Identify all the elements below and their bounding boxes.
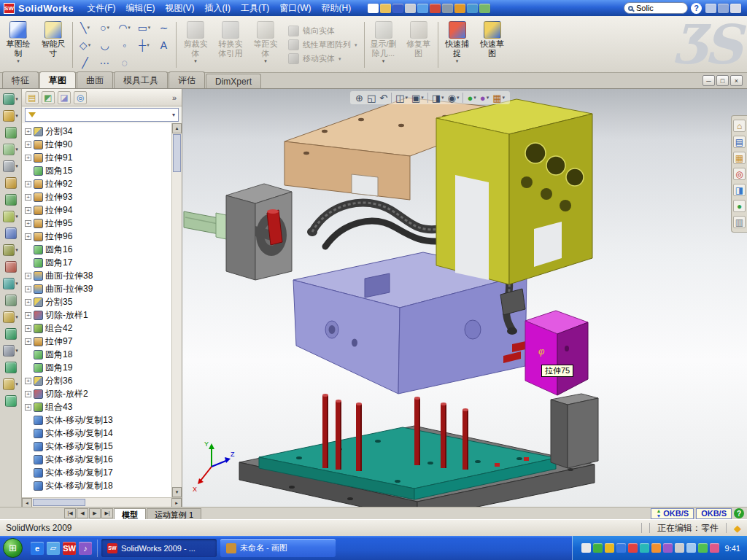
expand-toggle-icon[interactable]: + (25, 194, 31, 201)
dropdown-arrow-icon[interactable]: ▾ (15, 281, 18, 287)
feature-toolbar-button[interactable]: ▾ (3, 311, 18, 324)
tree-item[interactable]: 实体-移动/复制17 (24, 466, 171, 479)
tree-filter-bar[interactable]: ▾ (25, 108, 179, 122)
tree-item[interactable]: 圆角19 (24, 361, 171, 374)
ie-icon[interactable]: e (31, 542, 44, 555)
options-icon[interactable] (442, 4, 453, 13)
featuremanager-tree-tab[interactable]: ▤ (26, 91, 39, 104)
feature-toolbar-button[interactable]: ▾ (3, 109, 18, 122)
expand-toggle-icon[interactable]: + (25, 338, 31, 345)
feature-toolbar-button[interactable]: ▾ (3, 244, 18, 257)
tree-item[interactable]: +切除-放样1 (24, 308, 171, 322)
spline-tool[interactable]: ∼ (154, 19, 174, 36)
dropdown-arrow-icon[interactable]: ▾ (421, 95, 424, 101)
tree-item[interactable]: +拉伸90 (24, 138, 171, 151)
menu-file[interactable]: 文件(F) (82, 1, 120, 16)
repair-sketch-button[interactable]: 修复草图 (402, 18, 436, 71)
tree-item[interactable]: 圆角15 (24, 164, 171, 177)
quick-snaps-button[interactable]: 快速捕捉▾ (441, 18, 474, 71)
tree-item[interactable]: 圆角17 (24, 256, 171, 269)
undo-icon[interactable] (417, 4, 428, 13)
dropdown-arrow-icon[interactable]: ▾ (15, 96, 18, 102)
solidworks-launch-icon[interactable]: SW (63, 542, 76, 555)
open-icon[interactable] (380, 4, 391, 13)
menu-tools[interactable]: 工具(T) (236, 1, 274, 16)
dropdown-arrow-icon[interactable]: ▾ (457, 95, 460, 101)
dropdown-arrow-icon[interactable]: ▾ (15, 247, 18, 253)
tree-vertical-scrollbar[interactable]: ▴ ▾ (171, 123, 182, 497)
tree-item[interactable]: 实体-移动/复制16 (24, 453, 171, 466)
dropdown-arrow-icon[interactable]: ▾ (405, 95, 408, 101)
feature-toolbar-button[interactable] (5, 294, 17, 307)
tree-item[interactable]: +分割35 (24, 295, 171, 308)
commandmanager-tab-evaluate[interactable]: 评估 (169, 71, 205, 88)
expand-toggle-icon[interactable]: + (25, 299, 31, 306)
expand-toggle-icon[interactable]: + (25, 128, 31, 135)
commandmanager-tab-dimxpert[interactable]: DimXpert (206, 74, 261, 88)
menu-view[interactable]: 视图(V) (160, 1, 200, 16)
custom-properties-icon[interactable]: ▥ (733, 216, 746, 228)
nozzle-clamp-assembly[interactable] (184, 184, 292, 280)
tree-item[interactable]: +拉伸92 (24, 177, 171, 190)
convert-entities-button[interactable]: 转换实体引用 (214, 18, 247, 71)
model-tab-nav-button-1[interactable]: ◀ (77, 508, 88, 518)
file-explorer-icon[interactable]: ▦ (733, 152, 746, 164)
feature-toolbar-button[interactable]: ▾ (3, 160, 18, 173)
expand-toggle-icon[interactable]: + (25, 273, 31, 279)
tree-item[interactable]: +分割34 (24, 125, 171, 138)
feature-toolbar-button[interactable] (5, 361, 17, 374)
tray-icon-4[interactable] (628, 543, 638, 553)
tray-icon-9[interactable] (686, 543, 696, 553)
linear-sketch-pattern-button[interactable]: 线性草图阵列▾ (286, 39, 360, 50)
smart-dimension-button[interactable]: 智能尺寸 (36, 18, 70, 71)
corner-rectangle-tool[interactable]: ▭▾ (134, 19, 154, 36)
ellipse-tool[interactable]: ◌ (115, 54, 134, 71)
menu-edit[interactable]: 编辑(E) (121, 1, 160, 16)
tray-icon-3[interactable] (616, 543, 626, 553)
model-tab[interactable]: 运动算例 1 (147, 508, 201, 519)
scroll-track-horizontal[interactable] (86, 498, 171, 507)
sketch-button[interactable]: 草图绘制▾ (1, 18, 35, 71)
search-box[interactable] (624, 2, 688, 14)
panel-overflow-icon[interactable]: » (171, 93, 178, 102)
section-view-icon[interactable]: ◫▾ (395, 93, 408, 103)
scroll-down-icon[interactable]: ▾ (172, 487, 182, 497)
dropdown-arrow-icon[interactable]: ▾ (473, 95, 476, 101)
tray-icon-8[interactable] (675, 543, 684, 553)
expand-toggle-icon[interactable]: + (25, 220, 31, 227)
expand-icon[interactable] (718, 4, 729, 13)
tree-item[interactable]: 圆角16 (24, 243, 171, 256)
tray-icon-2[interactable] (605, 543, 614, 553)
dropdown-arrow-icon[interactable]: ▾ (487, 95, 489, 101)
support-block[interactable] (551, 394, 598, 468)
expand-toggle-icon[interactable]: + (25, 391, 31, 397)
expand-toggle-icon[interactable]: + (25, 378, 31, 384)
solidworks-resources-icon[interactable]: ⌂ (733, 120, 746, 132)
tree-item[interactable]: +切除-放样2 (24, 387, 171, 400)
help-button[interactable]: ? (691, 3, 702, 14)
model-tab-nav-button-0[interactable]: |◀ (64, 508, 76, 518)
expand-toggle-icon[interactable]: + (25, 181, 31, 187)
fullscreen-icon[interactable] (705, 4, 716, 13)
dropdown-arrow-icon[interactable]: ▾ (15, 381, 18, 387)
minimize-document-button[interactable]: ─ (703, 75, 715, 86)
tree-item[interactable]: 实体-移动/复制13 (24, 413, 171, 427)
rebuild-icon[interactable] (430, 4, 441, 13)
tangent-arc-tool[interactable]: ◡ (95, 36, 115, 54)
tray-icon-10[interactable] (698, 543, 708, 553)
tray-icon-0[interactable] (581, 543, 591, 553)
point-tool[interactable]: ◦ (115, 36, 134, 54)
sketch-text-tool[interactable]: A (154, 36, 174, 54)
tree-item[interactable]: 实体-移动/复制15 (24, 440, 171, 453)
tree-item[interactable]: +拉伸97 (24, 335, 171, 348)
dropdown-arrow-icon[interactable]: ▾ (456, 58, 459, 63)
configurationmanager-tab[interactable]: ◪ (58, 91, 71, 104)
previous-view-icon[interactable]: ↶ (379, 93, 387, 103)
tray-icon-11[interactable] (710, 543, 719, 553)
display-style-icon[interactable]: ◨▾ (432, 93, 444, 103)
tree-item[interactable]: +曲面-拉伸39 (24, 282, 171, 295)
dropdown-arrow-icon[interactable]: ▾ (15, 214, 18, 219)
filter-dropdown-icon[interactable]: ▾ (172, 112, 175, 118)
expand-toggle-icon[interactable]: + (25, 141, 31, 148)
insert-block[interactable]: φ (525, 311, 588, 395)
